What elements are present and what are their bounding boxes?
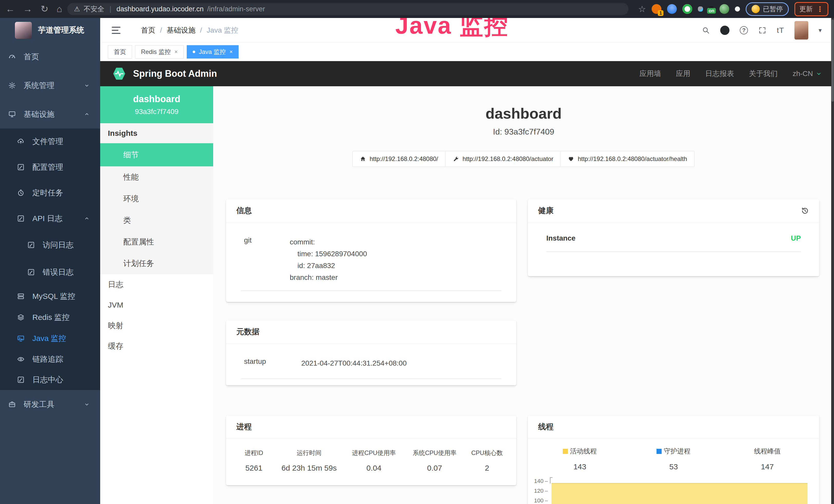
sba-nav-wallboard[interactable]: 应用墙 [640,69,661,78]
health-card-title: 健康 [538,205,553,216]
metadata-startup-row: startup 2021-04-27T00:44:31.254+08:00 [241,358,501,379]
sba-brand[interactable]: Spring Boot Admin [112,66,217,82]
sba-brand-label: Spring Boot Admin [133,68,217,79]
sidebar-item-access-log[interactable]: 访问日志 [0,231,100,258]
sidebar-item-log-center[interactable]: 日志中心 [0,369,100,390]
reload-icon[interactable]: ↻ [41,4,48,15]
sidebar-item-infra[interactable]: 基础设施 [0,100,100,129]
screen: ← → ↻ ⌂ ⚠ 不安全 | dashboard.yudao.iocoder.… [0,0,834,504]
close-icon[interactable]: × [174,48,178,55]
log-center-icon [17,376,25,384]
sidebar-item-file[interactable]: 文件管理 [0,129,100,154]
health-instance-row[interactable]: Instance UP [546,234,801,252]
history-icon[interactable] [801,207,809,215]
kebab-menu-icon[interactable]: ⋮ [816,5,824,13]
process-col-pid: 进程ID [233,449,275,457]
health-url-link[interactable]: http://192.168.0.2:48080/actuator/health [561,151,695,167]
sba-item-mappings[interactable]: 映射 [100,315,213,336]
help-icon[interactable]: ? [740,26,748,35]
search-icon[interactable] [702,26,710,35]
tab-redis-monitor[interactable]: Redis 监控 × [135,45,184,59]
timer-icon [17,189,25,197]
ext-badge-on: on [707,8,716,14]
sidebar-item-home[interactable]: 首页 [0,42,100,71]
font-size-icon[interactable]: tT [777,26,784,35]
profile-paused-badge[interactable]: 已暂停 [746,2,789,16]
server-icon [17,293,25,300]
address-bar[interactable]: ⚠ 不安全 | dashboard.yudao.iocoder.cn/infra… [67,3,629,15]
link-label: http://192.168.0.2:48080/ [370,155,438,162]
sidebar-item-label: 访问日志 [43,240,73,250]
browser-scrollbar[interactable] [831,18,834,504]
sidebar-item-trace[interactable]: 链路追踪 [0,349,100,369]
legend-peak-threads: 线程峰值 147 [721,447,814,471]
sba-item-metrics[interactable]: 性能 [100,166,213,188]
sba-item-config-props[interactable]: 配置属性 [100,231,213,253]
sidebar-item-java[interactable]: Java 监控 [0,328,100,349]
sba-item-environment[interactable]: 环境 [100,188,213,209]
sidebar-item-error-log[interactable]: 错误日志 [0,258,100,286]
toolbox-icon [8,400,16,408]
health-card: 健康 Instance UP [528,199,819,276]
tab-java-monitor[interactable]: Java 监控 × [187,45,239,59]
sba-nav-applications[interactable]: 应用 [676,69,690,78]
forward-icon[interactable]: → [23,4,32,15]
y-tick-140: 140 [528,478,548,484]
home-icon[interactable]: ⌂ [57,4,62,15]
threads-card-title: 线程 [528,415,819,438]
sba-item-logs[interactable]: 日志 [100,274,213,295]
caret-down-icon[interactable]: ▾ [818,27,822,34]
sba-language-label: zh-CN [793,70,813,78]
sidebar-item-redis[interactable]: Redis 监控 [0,307,100,328]
github-icon[interactable] [720,26,729,35]
sba-nav-journal[interactable]: 日志报表 [705,69,734,78]
sba-item-details[interactable]: 细节 [100,143,213,166]
threads-card: 线程 活动线程 143 守护进程 53 线程峰值 [528,415,819,504]
instance-id-subtitle: Id: 93a3fc7f7409 [213,127,834,137]
wrench-icon [453,156,459,162]
api-log-icon [17,215,25,222]
metadata-value: 2021-04-27T00:44:31.254+08:00 [301,358,407,369]
bookmark-star-icon[interactable]: ☆ [638,4,646,14]
extensions-puzzle-icon[interactable] [735,6,740,12]
ext-dark-icon[interactable]: on [709,6,714,12]
user-avatar[interactable] [794,21,808,40]
page-title: dashboard [213,105,834,122]
sidebar-item-api-log[interactable]: API 日志 [0,206,100,231]
breadcrumb-home[interactable]: 首页 [141,25,155,35]
ext-pin-icon[interactable] [667,4,677,14]
sidebar-item-label: 系统管理 [24,81,54,91]
sba-item-jvm[interactable]: JVM [100,295,213,315]
chrome-update-button[interactable]: 更新 ⋮ [794,2,828,16]
sidebar-item-mysql[interactable]: MySQL 监控 [0,286,100,307]
service-url-link[interactable]: http://192.168.0.2:48080/ [352,151,446,167]
sba-language-select[interactable]: zh-CN [793,70,822,78]
tab-home[interactable]: 首页 [108,45,132,59]
ext-y-icon[interactable] [682,4,692,14]
ext-leaf-icon[interactable] [720,4,729,14]
ext-orange-icon[interactable]: 1 [652,4,661,14]
sba-instance-header[interactable]: dashboard 93a3fc7f7409 [100,86,213,123]
ext-grid-icon[interactable] [698,6,703,12]
sba-nav-about[interactable]: 关于我们 [749,69,778,78]
fullscreen-icon[interactable] [758,26,766,35]
sidebar-item-job[interactable]: 定时任务 [0,180,100,206]
back-icon[interactable]: ← [6,4,15,15]
sba-sidebar: dashboard 93a3fc7f7409 Insights 细节 性能 环境… [100,86,213,504]
scrollbar-thumb[interactable] [831,20,834,102]
legend-value: 53 [627,462,721,471]
sba-item-caches[interactable]: 缓存 [100,336,213,357]
app-sidebar: 芋道管理系统 首页 系统管理 基础设施 文件管理 [0,18,100,504]
sba-item-classes[interactable]: 类 [100,209,213,231]
sidebar-item-label: 研发工具 [24,399,54,410]
sidebar-item-dev-tools[interactable]: 研发工具 [0,390,100,419]
breadcrumb-infra[interactable]: 基础设施 [167,25,195,35]
app-logo[interactable]: 芋道管理系统 [0,18,100,42]
sba-item-scheduled-tasks[interactable]: 计划任务 [100,253,213,274]
close-icon[interactable]: × [229,48,233,55]
paused-label: 已暂停 [763,5,783,14]
actuator-url-link[interactable]: http://192.168.0.2:48080/actuator [445,151,561,167]
sidebar-item-config[interactable]: 配置管理 [0,154,100,180]
menu-fold-icon[interactable] [112,27,120,34]
sidebar-item-system[interactable]: 系统管理 [0,71,100,100]
